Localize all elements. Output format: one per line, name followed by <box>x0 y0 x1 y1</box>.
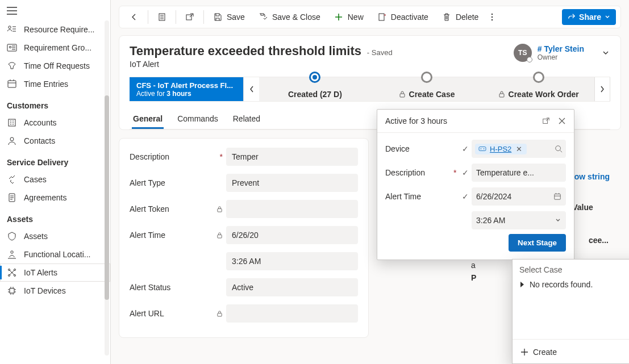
dropdown-title: Select Case <box>513 260 629 277</box>
device-lookup[interactable]: H-PS2 ✕ <box>472 140 566 158</box>
new-button[interactable]: New <box>328 9 369 25</box>
next-stage-button[interactable]: Next Stage <box>509 234 566 252</box>
cases-icon <box>7 174 17 185</box>
agreements-icon <box>7 193 17 203</box>
chevron-down-icon <box>601 48 610 57</box>
caret-right-icon <box>519 281 525 288</box>
owner-avatar[interactable]: TS <box>514 44 532 62</box>
devices-icon <box>7 286 17 296</box>
alert-type-label: Alert Type <box>130 178 165 187</box>
presence-icon <box>527 57 532 62</box>
separator <box>148 10 148 24</box>
back-button[interactable] <box>124 9 144 25</box>
sidebar-scrollbar-thumb[interactable] <box>105 95 109 300</box>
requirement-icon <box>7 24 17 35</box>
nav-agreements[interactable]: Agreements <box>0 189 110 207</box>
open-record-set-button[interactable] <box>152 9 172 25</box>
svg-rect-15 <box>379 14 384 20</box>
share-button[interactable]: Share <box>562 9 616 25</box>
lock-icon <box>399 91 406 98</box>
flyout-time-input[interactable]: 3:26 AM <box>472 211 566 229</box>
deactivate-icon <box>377 12 386 22</box>
alert-status-input[interactable] <box>226 278 358 296</box>
bpf-stage-created[interactable]: Created (27 D) <box>259 77 371 101</box>
owner-name-link[interactable]: # Tyler Stein <box>538 44 584 53</box>
svg-point-17 <box>491 16 493 18</box>
flyout-popout-button[interactable] <box>542 117 550 125</box>
save-label: Save <box>227 12 245 22</box>
tab-general[interactable]: General <box>132 110 164 129</box>
svg-rect-21 <box>218 208 222 212</box>
remove-device-button[interactable]: ✕ <box>515 145 523 153</box>
svg-point-18 <box>491 19 493 20</box>
command-bar: Save Save & Close New Deactivate Delete … <box>119 6 621 28</box>
nav-contacts[interactable]: Contacts <box>0 132 110 150</box>
completed-check-icon: ✓ <box>459 144 472 153</box>
required-icon: * <box>220 152 223 161</box>
nav-functional-locations[interactable]: Functional Locati... <box>0 245 110 263</box>
nav-time-entries[interactable]: Time Entries <box>0 75 110 93</box>
assets-icon <box>7 231 17 241</box>
flyout-date-input[interactable]: 6/26/2024 <box>472 187 566 206</box>
alert-time-label: Alert Time <box>130 231 165 240</box>
svg-point-0 <box>9 26 11 28</box>
record-saved-label: - Saved <box>367 48 393 57</box>
lock-icon <box>216 232 223 239</box>
dropdown-create-button[interactable]: Create <box>520 348 557 357</box>
bpf-stage-create-work-order[interactable]: Create Work Order <box>482 77 594 101</box>
nav-assets[interactable]: Assets <box>0 227 110 245</box>
separator <box>176 10 176 24</box>
description-input[interactable] <box>226 148 358 166</box>
lookup-search-button[interactable] <box>555 145 563 153</box>
nav-label: Contacts <box>24 136 55 145</box>
delete-button[interactable]: Delete <box>436 9 484 25</box>
svg-rect-19 <box>400 94 405 97</box>
header-expand-button[interactable] <box>601 48 610 57</box>
nav-accounts[interactable]: Accounts <box>0 114 110 132</box>
req-group-icon <box>7 43 17 53</box>
alert-time-time-input <box>226 252 358 270</box>
alert-token-label: Alert Token <box>130 204 169 214</box>
overflow-button[interactable] <box>486 9 498 25</box>
saveclose-icon <box>259 12 268 22</box>
tab-commands[interactable]: Commands <box>176 110 219 129</box>
alert-token-input <box>226 200 358 218</box>
plus-icon <box>520 348 528 356</box>
flyout-description-input[interactable]: Temperature e... <box>472 164 566 182</box>
nav-label: IoT Alerts <box>24 268 57 277</box>
svg-point-5 <box>10 137 14 141</box>
bpf-stage-create-case[interactable]: Create Case <box>371 77 483 101</box>
nav-group-assets: Assets <box>0 207 110 227</box>
deactivate-button[interactable]: Deactivate <box>372 9 434 25</box>
completed-check-icon: ✓ <box>459 192 472 201</box>
popout-button[interactable] <box>180 9 200 25</box>
svg-rect-4 <box>9 119 15 126</box>
bpf-stage-label: Create Case <box>409 90 455 99</box>
saveclose-button[interactable]: Save & Close <box>253 9 326 25</box>
menu-toggle[interactable] <box>0 0 110 20</box>
save-icon <box>213 12 222 22</box>
bpf-prev-button[interactable] <box>243 77 259 101</box>
sidebar-scrollbar-track[interactable] <box>105 20 109 355</box>
alert-type-input[interactable] <box>226 174 358 192</box>
device-chip-icon <box>478 145 486 152</box>
chevron-down-icon <box>605 14 610 20</box>
save-button[interactable]: Save <box>207 9 251 25</box>
nav-time-off[interactable]: Time Off Requests <box>0 57 110 75</box>
nav-resource-requirements[interactable]: Resource Require... <box>0 20 110 39</box>
flyout-close-button[interactable] <box>558 117 566 125</box>
svg-point-27 <box>484 148 485 149</box>
bpf-dot-icon <box>533 72 544 83</box>
nav-label: Accounts <box>24 118 57 127</box>
bpf-next-button[interactable] <box>594 77 610 101</box>
nav-cases[interactable]: Cases <box>0 170 110 189</box>
device-link[interactable]: H-PS2 <box>490 145 511 153</box>
nav-iot-devices[interactable]: IoT Devices <box>0 282 110 300</box>
bpf-name-block[interactable]: CFS - IoT Alert Process Fl... Active for… <box>130 77 243 101</box>
nav-requirement-groups[interactable]: Requirement Gro... <box>0 39 110 57</box>
nav-label: Assets <box>24 232 48 241</box>
svg-rect-14 <box>186 15 191 20</box>
plus-icon <box>334 12 343 22</box>
nav-iot-alerts[interactable]: IoT Alerts <box>0 263 110 282</box>
tab-related[interactable]: Related <box>232 110 261 129</box>
